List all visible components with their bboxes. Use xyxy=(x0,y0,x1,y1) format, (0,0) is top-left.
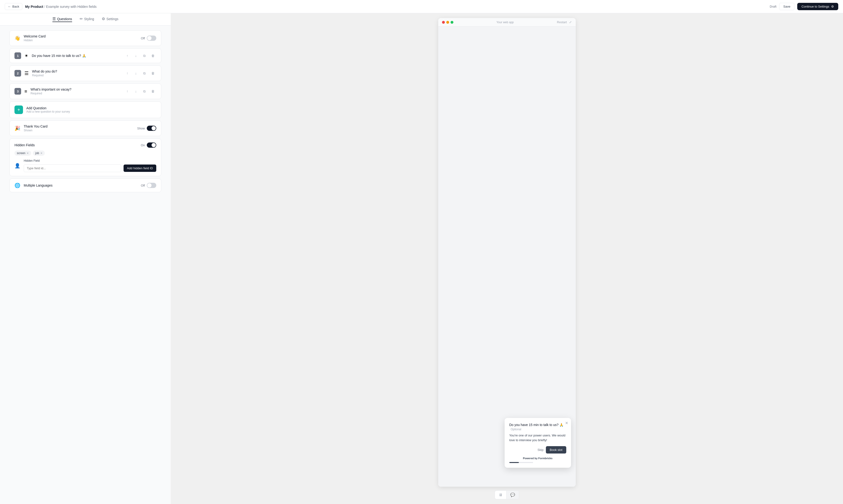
tab-questions-label: Questions xyxy=(57,17,72,21)
skip-button[interactable]: Skip xyxy=(538,448,543,452)
q3-left: 3 ≡ What's important on vacay? Required xyxy=(15,88,71,95)
draft-label: Draft xyxy=(770,5,776,8)
breadcrumb-survey: Example survey with Hidden fields xyxy=(46,5,96,8)
browser-dot-red xyxy=(442,21,445,24)
questions-icon: ☰ xyxy=(52,17,56,21)
q1-move-down-icon[interactable]: ↓ xyxy=(132,52,139,59)
q1-number: 1 xyxy=(15,52,21,59)
q2-actions: ↑ ↓ ⧉ 🗑 xyxy=(124,70,156,76)
q1-delete-icon[interactable]: 🗑 xyxy=(150,52,156,59)
back-arrow-icon: ← xyxy=(8,5,11,8)
multiple-languages-card: 🌐 Multiple Languages Off xyxy=(10,179,161,192)
welcome-card-icon: 👋 xyxy=(15,35,20,41)
q1-actions: ↑ ↓ ⧉ 🗑 xyxy=(124,52,156,59)
tag-screen-remove[interactable]: ✕ xyxy=(26,152,29,155)
question-card-3: 3 ≡ What's important on vacay? Required … xyxy=(10,84,161,99)
q1-duplicate-icon[interactable]: ⧉ xyxy=(141,52,148,59)
q2-subtitle: Required xyxy=(32,74,57,77)
tab-settings-label: Settings xyxy=(106,17,119,21)
tag-screen: screen ✕ xyxy=(15,150,31,156)
q1-left: 1 ✴ Do you have 15 min to talk to us? 🙏 xyxy=(15,52,86,59)
welcome-card-subtitle: Hidden xyxy=(24,39,46,42)
add-icon: + xyxy=(15,106,23,114)
add-question-card[interactable]: + Add Question Add a new question to you… xyxy=(10,102,161,118)
expand-button[interactable]: ⤢ xyxy=(569,20,572,24)
thank-you-toggle[interactable] xyxy=(147,126,156,131)
hidden-field-input[interactable] xyxy=(24,164,121,172)
progress-bar xyxy=(509,462,533,463)
tab-settings[interactable]: ⚙ Settings xyxy=(102,17,119,22)
welcome-toggle[interactable] xyxy=(147,36,156,41)
header: ← Back My Product / Example survey with … xyxy=(0,0,843,13)
browser-actions: Restart ⤢ xyxy=(557,20,572,24)
q3-actions: ↑ ↓ ⧉ 🗑 xyxy=(124,88,156,95)
browser-content: ✕ Do you have 15 min to talk to us? 🙏 Op… xyxy=(438,26,576,487)
restart-button[interactable]: Restart xyxy=(557,20,567,24)
q2-left: 2 ☰ What do you do? Required xyxy=(15,70,57,77)
welcome-toggle-wrap: Off xyxy=(141,36,156,41)
add-hidden-field-button[interactable]: Add hidden field ID xyxy=(124,164,156,172)
q1-icon: ✴ xyxy=(24,53,29,58)
survey-description: You're one of our power users. We would … xyxy=(509,433,566,443)
welcome-card: 👋 Welcome Card Hidden Off xyxy=(10,30,161,46)
powered-by-label: Powered by xyxy=(523,457,538,460)
tabs-bar: ☰ Questions ✏ Styling ⚙ Settings xyxy=(0,13,171,25)
thank-you-card: 🎉 Thank You Card Shown Show xyxy=(10,121,161,136)
q2-move-down-icon[interactable]: ↓ xyxy=(132,70,139,76)
back-label: Back xyxy=(12,5,19,8)
q3-move-down-icon[interactable]: ↓ xyxy=(132,88,139,95)
browser-dot-yellow xyxy=(446,21,449,24)
welcome-card-left: 👋 Welcome Card Hidden xyxy=(15,34,46,42)
continue-label: Continue to Settings xyxy=(802,5,829,8)
browser-dots xyxy=(442,21,453,24)
ml-toggle[interactable] xyxy=(147,183,156,188)
q2-icon: ☰ xyxy=(24,70,29,76)
hidden-field-label: Hidden Field xyxy=(24,159,156,162)
styling-icon: ✏ xyxy=(80,17,83,21)
tag-job-label: job xyxy=(35,151,39,155)
breadcrumb: My Product / Example survey with Hidden … xyxy=(25,5,96,8)
browser-bar: Your web app Restart ⤢ xyxy=(438,18,576,26)
q1-move-up-icon[interactable]: ↑ xyxy=(124,52,131,59)
brand-name: Formbricks xyxy=(538,457,553,460)
q2-duplicate-icon[interactable]: ⧉ xyxy=(141,70,148,76)
hidden-fields-toggle[interactable] xyxy=(147,143,156,148)
add-question-info: Add Question Add a new question to your … xyxy=(26,106,70,113)
tab-questions[interactable]: ☰ Questions xyxy=(52,17,72,22)
breadcrumb-product: My Product xyxy=(25,5,43,8)
settings-icon: ⚙ xyxy=(102,17,105,21)
thank-you-toggle-label: Show xyxy=(137,127,145,130)
continue-to-settings-button[interactable]: Continue to Settings ⚙ xyxy=(797,3,838,10)
q2-title: What do you do? xyxy=(32,70,57,73)
q3-duplicate-icon[interactable]: ⧉ xyxy=(141,88,148,95)
hidden-fields-title: Hidden Fields xyxy=(15,143,35,147)
survey-popup: ✕ Do you have 15 min to talk to us? 🙏 Op… xyxy=(505,418,571,468)
hidden-fields-header: Hidden Fields On xyxy=(15,143,156,148)
browser-window: Your web app Restart ⤢ ✕ Do you have 15 … xyxy=(438,18,576,487)
welcome-card-right: Off xyxy=(141,36,156,41)
survey-close-button[interactable]: ✕ xyxy=(565,421,568,425)
tag-job: job ✕ xyxy=(33,150,45,156)
right-panel: Your web app Restart ⤢ ✕ Do you have 15 … xyxy=(171,13,843,504)
browser-url: Your web app xyxy=(497,21,514,24)
ml-info: Multiple Languages xyxy=(24,183,52,187)
add-plus-icon: + xyxy=(17,107,20,113)
q3-delete-icon[interactable]: 🗑 xyxy=(150,88,156,95)
device-selector: 🖥 💬 xyxy=(495,490,519,499)
tag-job-remove[interactable]: ✕ xyxy=(40,152,42,155)
q3-move-up-icon[interactable]: ↑ xyxy=(124,88,131,95)
book-slot-button[interactable]: Book slot xyxy=(546,446,566,453)
questions-list: 👋 Welcome Card Hidden Off 1 xyxy=(0,25,171,197)
tab-styling[interactable]: ✏ Styling xyxy=(80,17,94,22)
progress-bar-fill xyxy=(509,462,519,463)
question-card-1: 1 ✴ Do you have 15 min to talk to us? 🙏 … xyxy=(10,48,161,63)
save-button[interactable]: Save xyxy=(779,3,794,10)
desktop-device-button[interactable]: 🖥 xyxy=(495,491,506,499)
browser-dot-green xyxy=(451,21,453,24)
back-button[interactable]: ← Back xyxy=(5,3,22,10)
q2-move-up-icon[interactable]: ↑ xyxy=(124,70,131,76)
mobile-device-button[interactable]: 💬 xyxy=(506,491,519,499)
q2-number: 2 xyxy=(15,70,21,76)
q2-delete-icon[interactable]: 🗑 xyxy=(150,70,156,76)
main-layout: ☰ Questions ✏ Styling ⚙ Settings 👋 Welco… xyxy=(0,13,843,504)
